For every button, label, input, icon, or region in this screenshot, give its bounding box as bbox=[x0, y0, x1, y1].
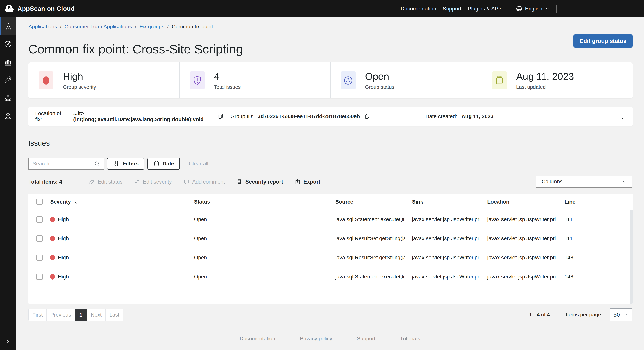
source-cell: java.sql.ResultSet.getString(ja bbox=[329, 255, 404, 261]
language-menu[interactable]: English bbox=[516, 5, 550, 12]
footer-privacy-policy-link[interactable]: Privacy policy bbox=[300, 336, 332, 342]
header-status-label: Status bbox=[194, 199, 210, 205]
globe-icon bbox=[516, 5, 523, 12]
breadcrumb-separator: / bbox=[60, 24, 62, 30]
location-cell: javax.servlet.jsp.JspWriter.pri bbox=[481, 216, 556, 222]
header-location[interactable]: Location bbox=[481, 194, 556, 210]
location-of-fix-value: ...it>(int;long;java.util.Date;java.lang… bbox=[73, 110, 213, 123]
sink-cell: javax.servlet.jsp.JspWriter.pri bbox=[404, 235, 481, 241]
edit-severity-button[interactable]: Edit severity bbox=[134, 178, 172, 185]
header-status[interactable]: Status bbox=[186, 194, 329, 210]
filters-button-label: Filters bbox=[123, 161, 138, 167]
comment-button[interactable] bbox=[620, 112, 628, 120]
row-checkbox[interactable] bbox=[36, 274, 42, 280]
status-cell: Open bbox=[186, 216, 329, 222]
topnav: Documentation Support Plugins & APIs Eng… bbox=[401, 0, 556, 17]
sidebar-item-organization[interactable] bbox=[0, 89, 16, 107]
pagination-last-button[interactable]: Last bbox=[106, 309, 123, 321]
line-cell: 148 bbox=[556, 274, 633, 280]
row-checkbox[interactable] bbox=[36, 255, 42, 261]
items-per-page-dropdown[interactable]: 50 bbox=[610, 308, 632, 321]
date-created-value: Aug 11, 2023 bbox=[462, 113, 494, 119]
copy-location-button[interactable] bbox=[218, 113, 224, 120]
nav-support[interactable]: Support bbox=[443, 6, 461, 12]
header-source-label: Source bbox=[335, 199, 353, 205]
pagination-current-page[interactable]: 1 bbox=[75, 309, 87, 321]
header-severity[interactable]: Severity bbox=[50, 194, 186, 210]
security-report-button[interactable]: Security report bbox=[236, 178, 283, 185]
header-sink[interactable]: Sink bbox=[404, 194, 481, 210]
add-comment-button[interactable]: Add comment bbox=[183, 178, 225, 185]
breadcrumb-applications[interactable]: Applications bbox=[28, 24, 57, 30]
calendar-icon bbox=[492, 71, 507, 89]
status-open-icon bbox=[341, 71, 356, 89]
sidebar-item-applications[interactable] bbox=[0, 17, 16, 35]
row-checkbox[interactable] bbox=[36, 216, 42, 223]
table-row[interactable]: High Open java.sql.ResultSet.getString(j… bbox=[28, 248, 633, 267]
footer: Documentation Privacy policy Support Tut… bbox=[16, 336, 644, 342]
pagination-first-button[interactable]: First bbox=[28, 309, 46, 321]
items-per-page-value: 50 bbox=[614, 312, 620, 318]
nav-plugins-apis[interactable]: Plugins & APIs bbox=[468, 6, 502, 12]
sidebar-item-scans[interactable] bbox=[0, 35, 16, 53]
severity-cell: High bbox=[58, 274, 69, 280]
export-button[interactable]: Export bbox=[294, 178, 320, 185]
group-id-value: 3d702261-5838-ee11-87dd-281878e650eb bbox=[258, 113, 360, 119]
copy-group-id-button[interactable] bbox=[364, 113, 370, 120]
table-row[interactable]: High Open java.sql.ResultSet.getString(j… bbox=[28, 229, 633, 248]
hierarchy-icon bbox=[4, 94, 12, 102]
table-scrollbar[interactable] bbox=[630, 210, 633, 304]
summary-cards: High Group severity 4 Total issues bbox=[28, 62, 633, 98]
topbar: AppScan on Cloud Documentation Support P… bbox=[0, 0, 644, 17]
columns-dropdown[interactable]: Columns bbox=[536, 175, 632, 188]
sidebar-expand-button[interactable] bbox=[0, 336, 16, 347]
location-cell: javax.servlet.jsp.JspWriter.pri bbox=[481, 235, 556, 241]
sidebar-item-tools[interactable] bbox=[0, 71, 16, 89]
breadcrumb-fix-groups[interactable]: Fix groups bbox=[140, 24, 164, 30]
select-all-checkbox[interactable] bbox=[36, 199, 42, 205]
details-strip: Location of fix: ...it>(int;long;java.ut… bbox=[28, 107, 633, 126]
report-document-icon bbox=[236, 178, 242, 185]
user-icon bbox=[4, 112, 12, 120]
compass-icon bbox=[4, 22, 13, 31]
app-title: AppScan on Cloud bbox=[18, 5, 75, 12]
severity-high-icon bbox=[50, 255, 55, 260]
card-value: High bbox=[63, 71, 96, 82]
date-filter-button[interactable]: Date bbox=[148, 158, 180, 170]
chat-bubble-icon bbox=[183, 178, 190, 185]
header-sink-label: Sink bbox=[412, 199, 423, 205]
row-checkbox[interactable] bbox=[36, 235, 42, 242]
issues-heading: Issues bbox=[28, 139, 50, 147]
filters-button[interactable]: Filters bbox=[107, 158, 144, 170]
footer-support-link[interactable]: Support bbox=[357, 336, 376, 342]
table-row[interactable]: High Open java.sql.Statement.executeQu j… bbox=[28, 267, 633, 286]
location-cell: javax.servlet.jsp.JspWriter.pri bbox=[481, 255, 556, 261]
breadcrumb-consumer-loan-applications[interactable]: Consumer Loan Applications bbox=[64, 24, 132, 30]
issues-toolbar: Total items: 4 Edit status bbox=[28, 175, 633, 188]
pagination-previous-button[interactable]: Previous bbox=[46, 309, 75, 321]
header-line[interactable]: Line bbox=[556, 194, 633, 210]
location-cell: javax.servlet.jsp.JspWriter.pri bbox=[481, 274, 556, 280]
pagination-next-button[interactable]: Next bbox=[87, 309, 106, 321]
footer-tutorials-link[interactable]: Tutorials bbox=[400, 336, 420, 342]
header-source[interactable]: Source bbox=[329, 194, 404, 210]
sink-cell: javax.servlet.jsp.JspWriter.pri bbox=[404, 255, 481, 261]
copy-icon bbox=[218, 113, 224, 120]
card-value: 4 bbox=[214, 71, 241, 82]
edit-status-button[interactable]: Edit status bbox=[88, 178, 122, 185]
severity-cell: High bbox=[58, 255, 69, 261]
gauge-icon bbox=[4, 40, 12, 49]
edit-group-status-button[interactable]: Edit group status bbox=[574, 34, 633, 48]
breadcrumb-current: Common fix point bbox=[172, 24, 213, 30]
table-row[interactable]: High Open java.sql.Statement.executeQu j… bbox=[28, 210, 633, 229]
shield-warning-icon bbox=[190, 71, 204, 89]
pagination: First Previous 1 Next Last bbox=[28, 309, 124, 321]
sidebar-item-reports[interactable] bbox=[0, 53, 16, 71]
footer-documentation-link[interactable]: Documentation bbox=[240, 336, 275, 342]
search-input[interactable] bbox=[29, 158, 104, 169]
sidebar-item-account[interactable] bbox=[0, 107, 16, 125]
sink-cell: javax.servlet.jsp.JspWriter.pri bbox=[404, 216, 481, 222]
columns-dropdown-label: Columns bbox=[542, 178, 562, 185]
clear-all-button[interactable]: Clear all bbox=[188, 161, 210, 167]
nav-documentation[interactable]: Documentation bbox=[401, 6, 436, 12]
